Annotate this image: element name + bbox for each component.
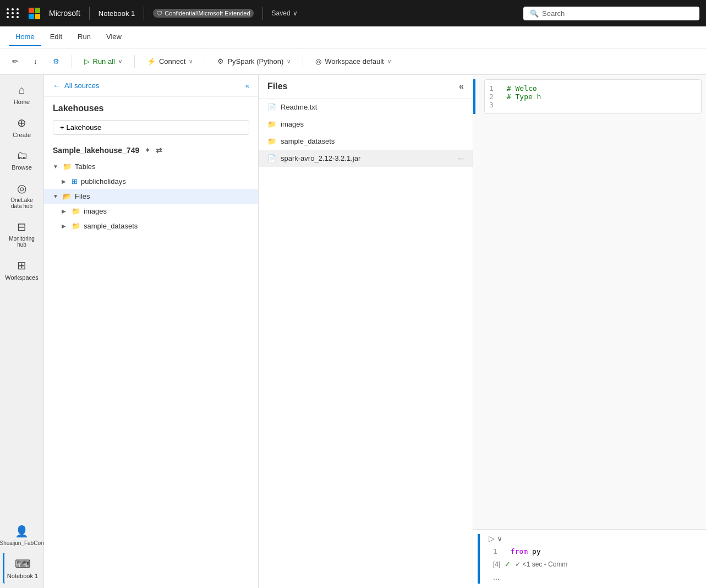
file-sample-datasets-icon: 📁: [267, 137, 276, 145]
images-caret: ▶: [62, 208, 68, 214]
menubar: Home Edit Run View: [0, 26, 706, 48]
connect-btn[interactable]: ⚡ Connect ∨: [141, 54, 198, 69]
topbar-divider-2: [144, 7, 144, 20]
monitoring-icon: ⊟: [17, 220, 26, 233]
sidebar-item-home[interactable]: ⌂ Home: [3, 79, 41, 110]
sidebar-item-user[interactable]: 👤 Shuaijun_FabCon: [3, 520, 41, 551]
bottom-cell: ▷ ∨ 1 from py [4] ✓ ✓ <1 sec - Comm ...: [473, 529, 706, 588]
settings-btn[interactable]: ⚙: [47, 54, 65, 69]
bottom-code-text: py: [532, 547, 541, 556]
sidebar-monitoring-label: Monitoring hub: [5, 236, 39, 248]
add-lakehouse-label: Lakehouse: [67, 123, 102, 132]
onelake-icon: ◎: [17, 182, 26, 195]
saved-caret[interactable]: ∨: [293, 9, 298, 17]
download-btn[interactable]: ↓: [28, 54, 43, 69]
edit-icon: ✏: [12, 57, 18, 66]
connect-icon: ⚡: [147, 57, 156, 66]
run-cell-btn[interactable]: ▷: [489, 534, 495, 543]
files-title: Files: [267, 81, 287, 91]
file-more-icon[interactable]: ···: [458, 154, 464, 162]
connect-caret: ∨: [189, 58, 193, 64]
sidebar-home-label: Home: [14, 99, 30, 105]
cell-menu-btn[interactable]: ∨: [497, 534, 502, 543]
file-sample-datasets[interactable]: 📁 sample_datasets: [259, 133, 473, 150]
run-caret: ∨: [118, 58, 122, 64]
edit-btn[interactable]: ✏: [7, 54, 24, 69]
app-grid-icon[interactable]: [7, 8, 20, 18]
collapse-left-icon[interactable]: «: [245, 81, 249, 90]
play-icon: ▷: [84, 57, 90, 66]
cell-check-icon: ✓: [505, 560, 511, 568]
create-icon: ⊕: [17, 116, 26, 129]
file-spark-avro[interactable]: 📄 spark-avro_2.12-3.2.1.jar ···: [259, 150, 473, 167]
menu-view[interactable]: View: [100, 28, 128, 46]
sidebar-item-browse[interactable]: 🗂 Browse: [3, 145, 41, 175]
tree-sample-datasets[interactable]: ▶ 📁 sample_datasets: [53, 219, 258, 233]
sidebar-item-workspaces[interactable]: ⊞ Workspaces: [3, 254, 41, 285]
code-comment-1: # Welco: [507, 84, 537, 92]
bottom-line-num: 1: [493, 547, 506, 556]
file-spark-icon: 📄: [267, 154, 276, 162]
topbar-divider-1: [89, 7, 90, 20]
download-icon: ↓: [34, 57, 37, 66]
notebook-title: Notebook 1: [98, 9, 135, 18]
tables-label: Tables: [75, 162, 96, 171]
menu-home[interactable]: Home: [9, 28, 41, 46]
lakehouse-panel: ← All sources « Lakehouses + Lakehouse S…: [44, 75, 259, 588]
sidebar-create-label: Create: [13, 132, 31, 138]
sidebar-item-create[interactable]: ⊕ Create: [3, 112, 41, 143]
publicholidays-label: publicholidays: [81, 177, 126, 186]
cell-controls: ▷ ∨: [489, 534, 702, 543]
back-arrow-icon: ←: [53, 81, 60, 90]
file-readme[interactable]: 📄 Readme.txt: [259, 99, 473, 116]
workspace-icon: ◎: [315, 57, 321, 66]
all-sources-label: All sources: [64, 81, 100, 90]
microsoft-label: Microsoft: [49, 9, 80, 18]
toolbar-divider-4: [303, 55, 303, 68]
bottom-code: 1 from py: [489, 545, 702, 558]
line-num-1: 1: [489, 84, 502, 92]
tree-images[interactable]: ▶ 📁 images: [53, 204, 258, 219]
add-lakehouse-btn[interactable]: + Lakehouse: [53, 120, 249, 135]
bottom-blue-bar: [478, 534, 480, 584]
swap-icon[interactable]: ⇄: [156, 146, 162, 155]
code-line-3: 3: [489, 101, 697, 109]
workspace-btn[interactable]: ◎ Workspace default ∨: [310, 54, 396, 69]
sidebar-item-monitoring[interactable]: ⊟ Monitoring hub: [3, 216, 41, 252]
code-line-1: 1 # Welco: [489, 84, 697, 92]
tree-files[interactable]: ▼ 📂 Files: [44, 189, 258, 204]
file-images[interactable]: 📁 images: [259, 116, 473, 133]
tables-folder-icon: 📁: [63, 162, 72, 171]
kernel-caret: ∨: [287, 58, 291, 64]
sidebar-item-onelake[interactable]: ◎ OneLake data hub: [3, 177, 41, 214]
menu-run[interactable]: Run: [71, 28, 97, 46]
images-folder-icon: 📁: [72, 207, 80, 215]
back-nav[interactable]: ← All sources «: [44, 75, 258, 97]
toolbar-divider-3: [205, 55, 205, 68]
main-layout: ⌂ Home ⊕ Create 🗂 Browse ◎ OneLake data …: [0, 75, 706, 588]
sidebar-user-label: Shuaijun_FabCon: [0, 540, 44, 546]
run-all-label: Run all: [93, 57, 115, 66]
cell-status-text: ✓ <1 sec - Comm: [515, 560, 567, 568]
microsoft-logo: [29, 8, 40, 19]
confidential-badge: 🛡 Confidential\Microsoft Extended: [153, 9, 253, 18]
run-all-btn[interactable]: ▷ Run all ∨: [79, 54, 128, 69]
pin-icon[interactable]: ✦: [145, 146, 150, 154]
collapse-files-icon[interactable]: «: [459, 81, 464, 91]
connect-label: Connect: [159, 57, 185, 66]
nav-sidebar: ⌂ Home ⊕ Create 🗂 Browse ◎ OneLake data …: [0, 75, 44, 588]
workspace-label: Workspace default: [325, 57, 384, 66]
files-caret: ▼: [53, 193, 59, 199]
sidebar-onelake-label: OneLake data hub: [5, 197, 39, 209]
search-box[interactable]: 🔍 Search: [523, 7, 699, 20]
kernel-icon: ⚙: [217, 57, 224, 66]
menu-edit[interactable]: Edit: [43, 28, 69, 46]
kernel-btn[interactable]: ⚙ PySpark (Python) ∨: [212, 54, 296, 69]
tree-publicholidays[interactable]: ▶ ⊞ publicholidays: [53, 174, 258, 189]
line-num-3: 3: [489, 101, 502, 109]
tree-tables[interactable]: ▼ 📁 Tables: [44, 159, 258, 174]
sidebar-item-notebook[interactable]: ⌨ Notebook 1: [3, 553, 41, 584]
saved-text: Saved: [272, 9, 291, 17]
sidebar-workspaces-label: Workspaces: [5, 274, 38, 281]
code-line-2: 2 # Type h: [489, 92, 697, 101]
